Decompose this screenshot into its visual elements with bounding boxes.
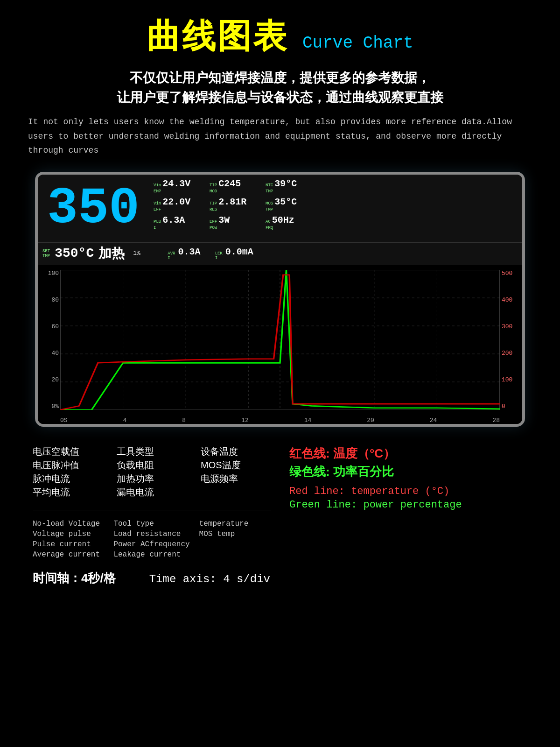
data-params-english: No-load Voltage Tool type temperature Vo… — [33, 520, 271, 559]
vin-emp-cell: Vin 24.3V EMP — [154, 178, 200, 194]
x-tick-4: 4 — [123, 417, 127, 424]
time-axis-section: 时间轴：4秒/格 Time axis: 4 s/div — [33, 570, 271, 586]
chart-svg-container — [60, 270, 500, 410]
time-axis-english: Time axis: 4 s/div — [149, 573, 270, 585]
plu-i-cell: PLU 6.3A I — [154, 215, 200, 230]
screen-top: 350 Vin 24.3V EMP — [38, 175, 522, 242]
tip-mod-cell: TIP C245 MOD — [210, 178, 256, 194]
param-en-leakage: Leakage current — [113, 550, 189, 559]
param-avg-current: 平均电流 — [33, 486, 103, 499]
param-en-avg-current: Average current — [33, 550, 104, 559]
y-tick-40: 40 — [38, 350, 59, 357]
x-tick-20: 20 — [367, 417, 374, 424]
info-row-1: Vin 24.3V EMP TIP C245 MOD — [154, 178, 518, 194]
param-en-no-load: No-load Voltage — [33, 520, 104, 528]
y-tick-right-100: 100 — [500, 376, 521, 383]
bottom-section: 电压空载值 工具类型 设备温度 电压脉冲值 负载电阻 MOS温度 脉冲电流 加热… — [28, 445, 532, 586]
percent-indicator: 1% — [133, 250, 140, 257]
legend-green-english: Green line: power percentage — [289, 499, 527, 511]
x-tick-12: 12 — [241, 417, 249, 424]
param-en-temperature: temperature — [199, 520, 271, 528]
y-tick-80: 80 — [38, 296, 59, 303]
tip-res-cell: TIP 2.81R RES — [210, 197, 256, 212]
vin-eff-cell: Vin 22.0V EFF — [154, 197, 200, 212]
param-ac-freq: 电源频率 — [201, 472, 271, 485]
param-no-load: 电压空载值 — [33, 445, 103, 458]
screen-info-block: Vin 24.3V EMP TIP C245 MOD — [149, 175, 522, 242]
page-container: 曲线图表 Curve Chart 不仅仅让用户知道焊接温度，提供更多的参考数据，… — [0, 0, 560, 600]
data-params-chinese: 电压空载值 工具类型 设备温度 电压脉冲值 负载电阻 MOS温度 脉冲电流 加热… — [33, 445, 271, 499]
param-en-pulse-current: Pulse current — [33, 540, 104, 549]
subtitle-chinese: 不仅仅让用户知道焊接温度，提供更多的参考数据， 让用户更了解焊接信息与设备状态，… — [28, 68, 532, 107]
title-english: Curve Chart — [302, 34, 413, 53]
param-tool-type: 工具类型 — [117, 445, 187, 458]
y-tick-0pct: 0% — [38, 403, 59, 410]
header-title: 曲线图表 Curve Chart — [28, 14, 532, 59]
mos-tmp-cell: MOS 35°C TMP — [266, 197, 312, 212]
x-tick-28: 28 — [492, 417, 500, 424]
param-leakage: 漏电电流 — [117, 486, 187, 499]
param-power: 加热功率 — [117, 472, 187, 485]
param-voltage-pulse: 电压脉冲值 — [33, 459, 103, 472]
param-en-ac-frequency: Power ACfrequency — [113, 540, 189, 549]
y-tick-20: 20 — [38, 376, 59, 383]
y-tick-100: 100 — [38, 270, 59, 277]
x-tick-8: 8 — [182, 417, 186, 424]
chart-area: 0% 20 40 60 80 100 0 100 200 300 400 500 — [38, 265, 522, 424]
param-en-mos-temp: MOS temp — [199, 530, 271, 538]
param-mos-temp: MOS温度 — [201, 459, 271, 472]
x-tick-0s: 0S — [60, 417, 68, 424]
eff-pow-cell: EFF 3W POW — [210, 215, 256, 230]
y-tick-right-0: 0 — [500, 403, 521, 410]
legend-green-chinese: 绿色线: 功率百分比 — [289, 464, 527, 480]
ntc-tmp-cell: NTC 39°C TMP — [266, 178, 312, 194]
info-row-2: Vin 22.0V EFF TIP 2.81R RES — [154, 197, 518, 212]
param-load-resistance: 负载电阻 — [117, 459, 187, 472]
bottom-right: 红色线: 温度（°C） 绿色线: 功率百分比 Red line: tempera… — [289, 445, 527, 586]
set-temp-bar: SET TMP 350°C 加热 1% AVR I 0.3A LEK — [38, 242, 522, 265]
ac-frq-cell: AC 50Hz FRQ — [266, 215, 312, 230]
x-tick-14: 14 — [304, 417, 312, 424]
big-temp-display: 350 — [38, 175, 149, 242]
time-axis-chinese: 时间轴：4秒/格 — [33, 571, 116, 585]
title-chinese: 曲线图表 — [147, 17, 288, 55]
x-tick-24: 24 — [430, 417, 437, 424]
set-tmp-value: 350°C — [55, 246, 94, 261]
screen-display: 350 Vin 24.3V EMP — [35, 172, 525, 427]
screen-wrapper: 350 Vin 24.3V EMP — [28, 172, 532, 427]
param-en-voltage-pulse: Voltage pulse — [33, 530, 104, 538]
bottom-left: 电压空载值 工具类型 设备温度 电压脉冲值 负载电阻 MOS温度 脉冲电流 加热… — [33, 445, 271, 586]
chart-svg — [60, 270, 500, 410]
param-empty — [201, 486, 271, 499]
legend-red-english: Red line: temperature (°C) — [289, 486, 527, 497]
param-device-temp: 设备温度 — [201, 445, 271, 458]
description-english: It not only lets users know the welding … — [28, 115, 532, 158]
y-tick-right-400: 400 — [500, 296, 521, 303]
x-axis: 0S 4 8 12 14 20 24 28 — [60, 417, 500, 424]
param-en-load-resistance: Load resistance — [113, 530, 189, 538]
info-row-3: PLU 6.3A I EFF 3W POW — [154, 215, 518, 230]
legend-red-chinese: 红色线: 温度（°C） — [289, 445, 527, 462]
y-tick-right-200: 200 — [500, 350, 521, 357]
y-tick-right-300: 300 — [500, 323, 521, 330]
y-tick-60: 60 — [38, 323, 59, 330]
heating-label: 加热 — [98, 245, 125, 262]
y-tick-right-500: 500 — [500, 270, 521, 277]
param-en-tool-type: Tool type — [113, 520, 189, 528]
divider — [33, 510, 271, 510]
param-pulse-current: 脉冲电流 — [33, 472, 103, 485]
